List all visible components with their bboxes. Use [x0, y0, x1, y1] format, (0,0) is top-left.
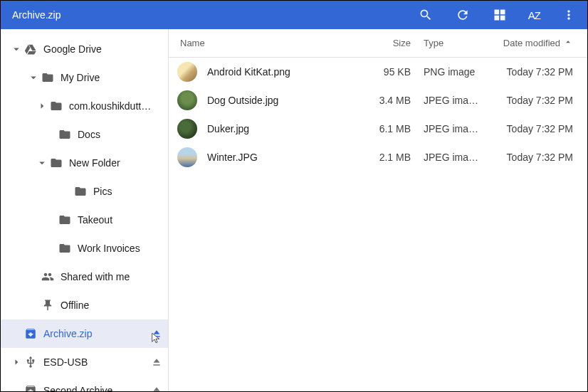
file-name: Android KitKat.png [207, 66, 359, 78]
file-row[interactable]: Winter.JPG2.1 MBJPEG ima…Today 7:32 PM [169, 143, 587, 171]
tree-label: com.koushikdutt… [69, 100, 168, 112]
sort-ascending-icon [563, 37, 573, 49]
table-header: Name Size Type Date modified [169, 29, 587, 58]
column-size[interactable]: Size [359, 38, 421, 48]
drive-icon [23, 43, 38, 55]
usb-icon [23, 356, 38, 369]
tree-item-takeout[interactable]: Takeout [1, 206, 168, 234]
file-type: PNG image [421, 66, 495, 78]
tree-label: Takeout [78, 214, 168, 226]
tree-label: Work Invoices [78, 243, 168, 254]
file-thumbnail [177, 147, 197, 167]
file-size: 6.1 MB [359, 123, 421, 134]
tree-item-pics[interactable]: Pics [1, 177, 168, 206]
tree-item-work-invoices[interactable]: Work Invoices [1, 234, 168, 263]
tree-item-offline[interactable]: Offline [1, 291, 168, 319]
column-type[interactable]: Type [421, 38, 495, 48]
file-date: Today 7:32 PM [495, 66, 587, 78]
file-size: 2.1 MB [359, 152, 421, 163]
tree-label: New Folder [69, 157, 168, 169]
file-thumbnail [177, 62, 197, 82]
tree-label: Shared with me [61, 271, 168, 282]
shared-icon [41, 270, 55, 283]
file-name: Dog Outside.jpg [207, 95, 359, 106]
tree-label: ESD-USB [43, 356, 148, 368]
view-grid-icon[interactable] [487, 2, 513, 28]
expand-icon[interactable] [35, 100, 49, 112]
expand-icon[interactable] [9, 43, 23, 55]
tree-item-second-archive[interactable]: Second Archive… [1, 376, 168, 391]
window-title: Archive.zip [12, 9, 413, 21]
tree-label: Archive.zip [43, 328, 148, 339]
file-row[interactable]: Android KitKat.png95 KBPNG imageToday 7:… [169, 58, 587, 86]
tree-item-my-drive[interactable]: My Drive [1, 63, 168, 92]
eject-icon[interactable] [148, 356, 165, 368]
file-row[interactable]: Duker.jpg6.1 MBJPEG ima…Today 7:32 PM [169, 115, 587, 143]
archive-icon [23, 384, 38, 391]
tree-label: Second Archive… [43, 385, 148, 391]
search-icon[interactable] [413, 2, 439, 28]
tree-item-com-koushikdutt[interactable]: com.koushikdutt… [1, 92, 168, 120]
tree-item-new-folder[interactable]: New Folder [1, 149, 168, 177]
tree-item-docs[interactable]: Docs [1, 120, 168, 149]
tree-item-archive-zip[interactable]: Archive.zip [1, 319, 168, 348]
tree-item-shared-with-me[interactable]: Shared with me [1, 263, 168, 291]
file-date: Today 7:32 PM [495, 123, 587, 134]
folder-icon [73, 185, 88, 198]
expand-icon[interactable] [9, 356, 23, 369]
folder-icon [58, 128, 72, 141]
folder-icon [58, 242, 72, 255]
file-row[interactable]: Dog Outside.jpg3.4 MBJPEG ima…Today 7:32… [169, 86, 587, 115]
file-size: 3.4 MB [359, 95, 421, 106]
expand-icon[interactable] [26, 71, 41, 84]
folder-icon [49, 100, 63, 112]
expand-icon[interactable] [35, 157, 49, 169]
tree-label: Offline [61, 300, 168, 311]
sort-button[interactable]: AZ [524, 9, 545, 21]
folder-icon [41, 71, 55, 84]
tree-label: My Drive [61, 72, 168, 83]
file-thumbnail [177, 119, 197, 139]
more-icon[interactable] [556, 2, 582, 28]
file-name: Winter.JPG [207, 152, 359, 163]
tree-item-google-drive[interactable]: Google Drive [1, 35, 168, 63]
refresh-icon[interactable] [450, 2, 476, 28]
app-header: Archive.zip AZ [1, 1, 587, 29]
tree-item-esd-usb[interactable]: ESD-USB [1, 348, 168, 376]
file-thumbnail [177, 90, 197, 110]
file-type: JPEG ima… [421, 152, 495, 163]
file-date: Today 7:32 PM [495, 95, 587, 106]
folder-icon [49, 157, 63, 169]
tree-label: Docs [78, 129, 168, 140]
offline-icon [41, 299, 55, 312]
file-type: JPEG ima… [421, 123, 495, 134]
column-date[interactable]: Date modified [495, 37, 587, 49]
file-size: 95 KB [359, 66, 421, 78]
folder-icon [58, 213, 72, 226]
eject-icon[interactable] [148, 328, 165, 339]
eject-icon[interactable] [148, 385, 165, 391]
file-date: Today 7:32 PM [495, 152, 587, 163]
file-name: Duker.jpg [207, 123, 359, 134]
column-name[interactable]: Name [169, 38, 359, 48]
tree-label: Pics [93, 186, 168, 197]
archive-icon [23, 327, 38, 340]
sidebar: Google DriveMy Drivecom.koushikdutt…Docs… [1, 29, 169, 391]
tree-label: Google Drive [43, 43, 168, 55]
file-list: Name Size Type Date modified Android Kit… [169, 29, 587, 391]
file-type: JPEG ima… [421, 95, 495, 106]
